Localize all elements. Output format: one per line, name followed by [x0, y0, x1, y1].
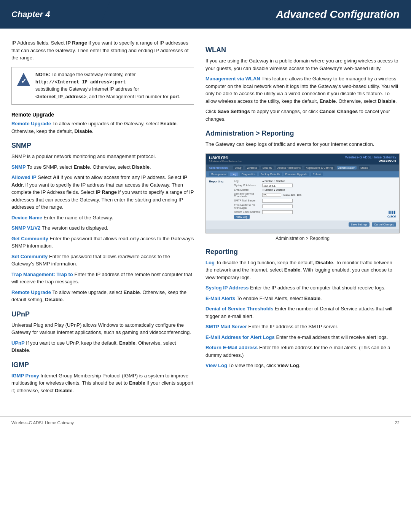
snmp-rupgrade-para: Remote Upgrade To allow remote upgrade, … — [11, 289, 194, 304]
lk-label-dos: Denial of Service Thresholds: — [234, 192, 261, 198]
snmp-heading: SNMP — [11, 142, 194, 150]
wlan-heading: WLAN — [206, 46, 400, 54]
viewlog-para: View Log To view the logs, click View Lo… — [206, 362, 400, 369]
remote-upgrade-heading: Remote Upgrade — [11, 112, 194, 118]
dos-para: Denial of Service Thresholds Enter the n… — [206, 305, 400, 320]
upnp-para2: UPnP If you want to use UPnP, keep the d… — [11, 339, 194, 354]
lk-label-log: Log: — [234, 180, 261, 182]
lk-header: LINKSYS® A Division of Cisco Systems, In… — [206, 154, 399, 165]
lk-nav-wireless[interactable]: Wireless — [245, 166, 259, 169]
note-content: NOTE: To manage the Gateway remotely, en… — [35, 71, 189, 101]
lk-nav-security[interactable]: Security — [261, 166, 274, 169]
footer-right: 22 — [395, 420, 400, 425]
smtp-para: SMTP Mail Server Enter the IP address of… — [206, 323, 400, 331]
get-community-para: Get Community Enter the password that al… — [11, 235, 194, 250]
lk-main-content: Log: ● Enable ○ Disable Syslog IP Addres… — [234, 180, 375, 218]
lk-cancel-btn[interactable]: Cancel Changes — [372, 222, 396, 227]
reporting-heading: Reporting — [206, 248, 400, 256]
lk-tab-firmware[interactable]: Firmware Upgrade — [284, 173, 309, 176]
lk-row-smtp: SMTP Mail Server: — [234, 199, 375, 203]
lk-label-email: Email Alerts: — [234, 189, 261, 191]
lk-body: Reporting Log: ● Enable ○ Disable Syslog… — [206, 177, 399, 220]
linksys-ui-mockup: LINKSYS® A Division of Cisco Systems, In… — [206, 154, 399, 233]
page-title: Advanced Configuration — [99, 0, 411, 29]
lk-section-label: Reporting — [209, 180, 232, 183]
lk-save-btn[interactable]: Save Settings — [349, 222, 370, 227]
lk-sidebar: Reporting — [209, 180, 232, 218]
footer-left: Wireless-G ADSL Home Gateway — [11, 420, 74, 425]
snmp-para1: SNMP is a popular network monitoring and… — [11, 153, 194, 160]
snmp-para2: SNMP To use SNMP, select Enable. Otherwi… — [11, 163, 194, 171]
log-para: Log To disable the Log function, keep th… — [206, 259, 400, 281]
lk-row-dos: Denial of Service Thresholds: 25 (entrie… — [234, 192, 375, 198]
lk-label-syslog: Syslog IP Address: — [234, 184, 261, 187]
igmp-para: IGMP Proxy Internet Group Membership Pro… — [11, 372, 194, 395]
lk-label-return: Return Email Address: — [234, 211, 261, 213]
page-header: Chapter 4 Advanced Configuration — [0, 0, 411, 29]
lk-admin-label: Administration — [209, 166, 228, 169]
lk-model-code: WAG3NVG — [345, 159, 396, 163]
lk-row-alertlog: Email Address for Alert Logs: — [234, 204, 375, 209]
title-text: Advanced Configuration — [276, 8, 400, 21]
right-column: WLAN If you are using the Gateway in a p… — [206, 39, 400, 397]
lk-field-smtp[interactable] — [262, 199, 293, 203]
return-email-para: Return E-Mail address Enter the return a… — [206, 344, 400, 359]
lk-field-dos[interactable]: 25 — [262, 193, 281, 197]
allowed-ip-para: Allowed IP Select All if you want to all… — [11, 174, 194, 211]
lk-nav: Administration Setup Wireless Security A… — [206, 165, 399, 171]
lk-viewlog-btn-wrap: View Log — [234, 216, 375, 218]
lk-cisco-logo: cisco — [387, 214, 396, 218]
lk-tab-diag[interactable]: Diagnostics — [240, 173, 257, 176]
lk-tabs: Management Log Diagnostics Factory Defau… — [206, 171, 399, 177]
syslog-para: Syslog IP Address Enter the IP address o… — [206, 284, 400, 292]
page-footer: Wireless-G ADSL Home Gateway 22 — [0, 416, 411, 429]
note-icon: ✓ — [16, 72, 31, 86]
note-box: ✓ NOTE: To manage the Gateway remotely, … — [11, 67, 194, 105]
chapter-label: Chapter 4 — [0, 0, 99, 29]
lk-tab-factory[interactable]: Factory Defaults — [259, 173, 282, 176]
admin-para1: The Gateway can keep logs of traffic and… — [206, 141, 400, 148]
snmp-v1v2-para: SNMP V1/V2 The version used is displayed… — [11, 224, 194, 232]
lk-nav-status[interactable]: Status — [359, 166, 370, 169]
remote-upgrade-para: Remote Upgrade To allow remote upgrades … — [11, 120, 194, 135]
svg-text:✓: ✓ — [21, 77, 27, 85]
wlan-mgmt-para: Management via WLAN This feature allows … — [206, 75, 400, 105]
lk-nav-admin[interactable]: Administration — [337, 166, 357, 169]
lk-nav-access[interactable]: Access Restrictions — [276, 166, 302, 169]
lk-field-log: ● Enable ○ Disable — [262, 180, 285, 182]
lk-row-syslog: Syslog IP Address: 192.168.1. — [234, 184, 375, 187]
email-alerts-para: E-Mail Alerts To enable E-Mail Alerts, s… — [206, 295, 400, 302]
lk-subtitle: A Division of Cisco Systems, Inc. — [209, 160, 242, 162]
email-alert-logs-para: E-Mail Address for Alert Logs Enter the … — [206, 334, 400, 341]
left-column: IP Address fields. Select IP Range if yo… — [11, 39, 194, 397]
lk-tab-reboot[interactable]: Reboot — [311, 173, 323, 176]
lk-footer: Save Settings Cancel Changes — [206, 220, 399, 229]
lk-product-name: Wireless-G ADSL Home Gateway — [345, 155, 396, 159]
lk-field-return[interactable] — [262, 210, 293, 214]
lk-field-syslog[interactable]: 192.168.1. — [262, 184, 293, 187]
upnp-para1: Universal Plug and Play (UPnP) allows Wi… — [11, 321, 194, 336]
lk-cisco-bars: ▌▌▌▌ — [389, 211, 396, 214]
lk-field-email: ○ Enable ● Disable — [262, 189, 285, 191]
lk-logo: LINKSYS® — [209, 156, 242, 160]
upnp-heading: UPnP — [11, 310, 194, 318]
content-area: IP Address fields. Select IP Range if yo… — [0, 29, 411, 409]
trap-mgmt-para: Trap Management: Trap to Enter the IP ad… — [11, 271, 194, 286]
lk-viewlog-btn[interactable]: View Log — [234, 215, 250, 219]
lk-dos-range: (entries 120 - 100) — [283, 194, 301, 196]
wlan-para1: If you are using the Gateway in a public… — [206, 57, 400, 72]
lk-tab-log[interactable]: Log — [230, 173, 238, 176]
lk-row-log: Log: ● Enable ○ Disable — [234, 180, 375, 182]
igmp-heading: IGMP — [11, 361, 194, 369]
lk-nav-setup[interactable]: Setup — [233, 166, 243, 169]
intro-para: IP Address fields. Select IP Range if yo… — [11, 39, 194, 62]
lk-row-email: Email Alerts: ○ Enable ● Disable — [234, 189, 375, 191]
screenshot-box: LINKSYS® A Division of Cisco Systems, In… — [206, 153, 400, 233]
lk-nav-apps[interactable]: Applications & Gaming — [304, 166, 335, 169]
device-name-para: Device Name Enter the name of the Gatewa… — [11, 214, 194, 222]
lk-tab-mgmt[interactable]: Management — [209, 173, 228, 176]
lk-label-smtp: SMTP Mail Server: — [234, 199, 261, 202]
lk-cisco-area: ▌▌▌▌ cisco — [377, 180, 396, 218]
lk-field-alertlog[interactable] — [262, 204, 293, 208]
lk-label-alertlog: Email Address for Alert Logs: — [234, 204, 261, 209]
